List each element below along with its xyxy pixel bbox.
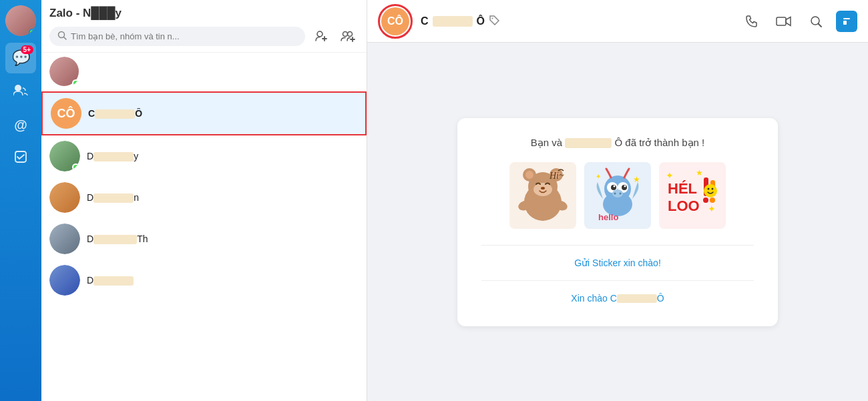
chat-area: CÔ CÔ [367,0,868,401]
svg-rect-17 [843,21,847,25]
sticker-bear: Hi~ [509,162,576,229]
svg-point-39 [620,192,622,194]
contact-name-d3: DTh [87,234,148,244]
search-chat-button[interactable] [804,9,828,33]
svg-point-48 [710,197,715,203]
friend-card-title: Bạn và Ô đã trở thành bạn ! [481,137,754,149]
chat-item-info-co: CÔ [88,108,357,119]
online-dot [72,79,79,87]
svg-point-7 [343,32,348,37]
svg-text:✦: ✦ [666,170,674,181]
svg-text:hello: hello [598,212,618,222]
svg-point-37 [612,189,623,197]
svg-rect-12 [777,17,786,25]
user-avatar[interactable] [5,5,36,36]
contacts-icon [13,83,28,101]
svg-point-4 [317,31,322,37]
svg-line-3 [64,37,67,39]
chat-header-info: CÔ [421,15,732,27]
svg-text:Hi~: Hi~ [549,171,564,181]
svg-text:LOO: LOO [668,197,700,214]
svg-rect-0 [15,85,21,91]
chat-list-header: Zalo - N███y [41,0,367,53]
svg-point-54 [708,187,710,189]
search-icon [57,31,67,42]
svg-point-35 [614,185,616,187]
contact-name-d2: Dn [87,192,139,203]
sidebar-item-contacts[interactable] [5,76,36,107]
send-sticker-link[interactable]: Gửi Sticker xin chào! [481,254,754,272]
search-input[interactable] [71,31,297,41]
sidebar-item-at[interactable]: @ [5,109,36,140]
svg-point-38 [614,192,616,194]
sticker-dragon: hello ★ ✦ [584,162,651,229]
top-contact-item[interactable] [41,53,367,91]
contact-avatar-d2 [49,182,80,213]
at-icon: @ [14,117,27,133]
divider-2 [481,280,754,281]
tasks-icon [14,150,27,167]
chat-header-avatar-wrapper: CÔ [378,4,413,39]
contact-avatar-d1 [49,141,80,171]
messages-area: Bạn và Ô đã trở thành bạn ! [367,43,868,401]
chat-item-co[interactable]: CÔ CÔ [41,91,367,135]
say-hello-link[interactable]: Xin chào CÔ [481,289,754,308]
info-button[interactable] [836,11,857,32]
chat-item-d3[interactable]: DTh [41,218,367,260]
friend-card: Bạn và Ô đã trở thành bạn ! [457,118,778,326]
chat-list-panel: Zalo - N███y [41,0,367,401]
divider-1 [481,245,754,246]
svg-text:★: ★ [633,175,640,184]
svg-point-36 [624,185,626,187]
top-contact-avatar [49,57,80,87]
search-box[interactable] [49,27,305,46]
voice-call-button[interactable] [740,9,764,33]
video-call-button[interactable] [772,9,796,33]
online-indicator [29,29,35,35]
svg-text:HÉL: HÉL [668,180,697,197]
add-friend-button[interactable] [310,25,332,47]
svg-text:✦: ✦ [596,173,601,180]
chat-header-actions [740,9,857,33]
sidebar: 💬 5+ @ [0,0,41,401]
svg-point-46 [703,197,708,203]
svg-point-22 [525,171,533,179]
chat-header-name: CÔ [421,15,732,27]
sidebar-item-tasks[interactable] [5,143,36,173]
svg-point-55 [712,187,714,189]
chat-avatar-co: CÔ [51,98,81,129]
contact-avatar-d4 [49,265,80,296]
unread-badge: 5+ [21,45,33,54]
chat-header: CÔ CÔ [367,0,868,43]
stickers-row: Hi~ [481,162,754,229]
add-group-button[interactable] [337,25,359,47]
chat-header-avatar: CÔ [381,7,409,35]
chat-item-name-co: CÔ [88,108,357,119]
online-dot-d1 [72,163,79,171]
contact-name-d1: Dy [87,151,138,161]
svg-point-8 [348,32,353,37]
svg-point-25 [541,187,545,189]
svg-text:★: ★ [696,168,703,177]
svg-rect-16 [843,18,850,19]
app-title: Zalo - N███y [49,7,359,20]
search-row [49,25,359,47]
contact-avatar-d3 [49,224,80,254]
contact-name-d4: D [87,275,134,286]
sticker-hello: HÉL ✦ ★ ✦ LOO [659,162,726,229]
tag-icon[interactable] [489,15,499,27]
svg-point-11 [492,18,493,19]
header-actions [310,25,359,47]
svg-line-14 [819,23,822,27]
chat-item-d4[interactable]: D [41,260,367,301]
svg-point-53 [704,184,717,197]
chat-item-d2[interactable]: Dn [41,177,367,218]
svg-text:✦: ✦ [708,204,716,214]
sidebar-item-messages[interactable]: 💬 5+ [5,43,36,73]
chat-item-d1[interactable]: Dy [41,135,367,177]
